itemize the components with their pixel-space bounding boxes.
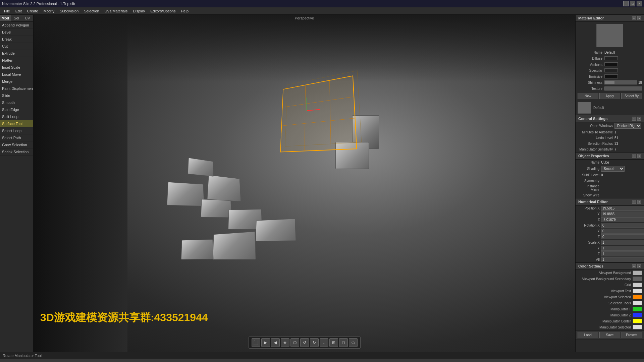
ne-posy-input[interactable] xyxy=(601,212,644,217)
toolbar-btn-0[interactable]: ⬛ xyxy=(252,338,260,347)
toolbar-btn-9[interactable]: ◻ xyxy=(339,338,348,347)
toolbar-btn-7[interactable]: ↕ xyxy=(320,338,328,347)
menu-item-edit[interactable]: Edit xyxy=(13,8,24,14)
op-shading-select[interactable]: Smooth Flat xyxy=(601,166,625,172)
color-presets-button[interactable]: Presets xyxy=(622,332,642,338)
tool-split-loop[interactable]: Split Loop xyxy=(0,113,33,120)
object-properties-close[interactable]: × xyxy=(637,154,641,158)
toolbar-btn-5[interactable]: ↺ xyxy=(300,338,309,347)
cs-swatch-selection-tools[interactable] xyxy=(633,301,642,305)
cs-swatch-manipulator-selected[interactable] xyxy=(633,325,642,329)
cs-swatch-viewport-background[interactable] xyxy=(633,270,642,275)
tool-append-polygon[interactable]: Append Polygon xyxy=(0,22,33,29)
toolbar-btn-10[interactable]: ⬭ xyxy=(349,338,358,347)
toolbar-btn-2[interactable]: ◀ xyxy=(271,338,280,347)
object-properties-header[interactable]: Object Properties + × xyxy=(576,153,644,160)
menu-item-selection[interactable]: Selection xyxy=(81,8,102,14)
color-settings-header[interactable]: Color Settings + × xyxy=(576,263,644,270)
mat-emissive-swatch[interactable] xyxy=(604,74,618,78)
menu-item-editors-options[interactable]: Editors/Options xyxy=(148,8,178,14)
numerical-editor-pin[interactable]: + xyxy=(632,200,636,204)
mode-tab-mod[interactable]: Mod xyxy=(0,15,11,21)
toolbar-btn-8[interactable]: ⊞ xyxy=(329,338,338,347)
menu-item-subdivision[interactable]: Subdivision xyxy=(57,8,81,14)
tool-cut[interactable]: Cut xyxy=(0,43,33,50)
ne-scaley-input[interactable] xyxy=(601,246,644,251)
mat-specular-swatch[interactable] xyxy=(604,68,618,72)
tool-smooth[interactable]: Smooth xyxy=(0,99,33,106)
tool-flatten[interactable]: Flatten xyxy=(0,57,33,64)
object-properties-pin[interactable]: + xyxy=(632,154,636,158)
viewport-area[interactable]: Perspective xyxy=(34,15,575,352)
cs-swatch-grid[interactable] xyxy=(633,283,642,287)
toolbar-btn-4[interactable]: ⬡ xyxy=(290,338,299,347)
menu-item-file[interactable]: File xyxy=(1,8,13,14)
general-settings-header[interactable]: General Settings + × xyxy=(576,115,644,122)
mat-selectby-button[interactable]: Select By xyxy=(621,93,642,99)
ne-rotz-input[interactable] xyxy=(601,234,644,239)
mode-tab-uv[interactable]: UV xyxy=(22,15,33,21)
material-editor-pin[interactable]: + xyxy=(632,16,636,20)
color-save-button[interactable]: Save xyxy=(599,332,620,338)
mat-diffuse-swatch[interactable] xyxy=(604,56,618,60)
bottom-toolbar: ⬛▶◀◈⬡↺↻↕⊞◻⬭ xyxy=(249,337,361,349)
tool-slide[interactable]: Slide xyxy=(0,92,33,99)
numerical-editor-header[interactable]: Numerical Editor + × xyxy=(576,198,644,205)
color-settings-close[interactable]: × xyxy=(637,264,641,268)
tool-bevel[interactable]: Bevel xyxy=(0,29,33,36)
ne-roty-input[interactable] xyxy=(601,229,644,234)
maximize-button[interactable]: □ xyxy=(630,1,635,6)
toolbar-btn-3[interactable]: ◈ xyxy=(281,338,289,347)
cs-swatch-manipulator-t[interactable] xyxy=(633,307,642,311)
menu-item-modify[interactable]: Modify xyxy=(41,8,57,14)
tool-surface-tool[interactable]: Surface Tool xyxy=(0,120,33,127)
mat-new-button[interactable]: New xyxy=(578,93,598,99)
toolbar-btn-1[interactable]: ▶ xyxy=(261,338,270,347)
material-editor-close[interactable]: × xyxy=(637,16,641,20)
ne-posz-input[interactable] xyxy=(601,217,644,222)
general-settings-close[interactable]: × xyxy=(637,117,641,121)
color-settings-pin[interactable]: + xyxy=(632,264,636,268)
mat-ambient-swatch[interactable] xyxy=(604,62,618,66)
tool-grow-selection[interactable]: Grow Selection xyxy=(0,141,33,148)
ne-all-input[interactable] xyxy=(601,257,644,262)
cs-swatch-manipulator-center[interactable] xyxy=(633,319,642,323)
tool-inset-scale[interactable]: Inset Scale xyxy=(0,64,33,71)
menu-item-help[interactable]: Help xyxy=(178,8,191,14)
tool-merge[interactable]: Merge xyxy=(0,78,33,85)
tool-select-path[interactable]: Select Path xyxy=(0,134,33,141)
toolbar-btn-6[interactable]: ↻ xyxy=(310,338,319,347)
ne-scalex-input[interactable] xyxy=(601,240,644,245)
tool-select-loop[interactable]: Select Loop xyxy=(0,127,33,134)
mat-apply-button[interactable]: Apply xyxy=(599,93,620,99)
titlebar-controls[interactable]: _ □ × xyxy=(623,1,642,6)
material-editor-header[interactable]: Material Editor + × xyxy=(576,15,644,22)
ne-posx-input[interactable] xyxy=(601,206,644,211)
mode-tab-sel[interactable]: Sel xyxy=(11,15,22,21)
numerical-editor-close[interactable]: × xyxy=(637,200,641,204)
menu-item-create[interactable]: Create xyxy=(24,8,41,14)
tool-paint-displacement[interactable]: Paint Displacement xyxy=(0,85,33,92)
ne-rotx-input[interactable] xyxy=(601,223,644,228)
mat-shininess-slider[interactable] xyxy=(604,80,637,84)
menu-item-uvs-materials[interactable]: UVs/Materials xyxy=(102,8,130,14)
tool-shrink-selection[interactable]: Shrink Selection xyxy=(0,148,33,156)
general-settings-pin[interactable]: + xyxy=(632,117,636,121)
ne-scalez-input[interactable] xyxy=(601,251,644,256)
cs-swatch-viewport-background-secondary[interactable] xyxy=(633,277,642,281)
menu-item-display[interactable]: Display xyxy=(130,8,148,14)
tool-spin-edge[interactable]: Spin Edge xyxy=(0,106,33,113)
tool-break[interactable]: Break xyxy=(0,36,33,43)
cs-swatch-manipulator-z[interactable] xyxy=(633,313,642,317)
gs-openwindows-select[interactable]: Docked Right xyxy=(614,123,641,129)
mat-diffuse-row: Diffuse xyxy=(576,55,644,61)
mat-default-row: Default xyxy=(576,101,644,115)
tool-extrude[interactable]: Extrude xyxy=(0,50,33,57)
color-load-button[interactable]: Load xyxy=(578,332,598,338)
minimize-button[interactable]: _ xyxy=(623,1,629,6)
tool-local-move[interactable]: Local Move xyxy=(0,71,33,78)
close-button[interactable]: × xyxy=(637,1,642,6)
mat-texture-slider[interactable] xyxy=(604,86,642,90)
cs-swatch-viewport-selected[interactable] xyxy=(633,295,642,299)
cs-swatch-viewport-text[interactable] xyxy=(633,289,642,293)
